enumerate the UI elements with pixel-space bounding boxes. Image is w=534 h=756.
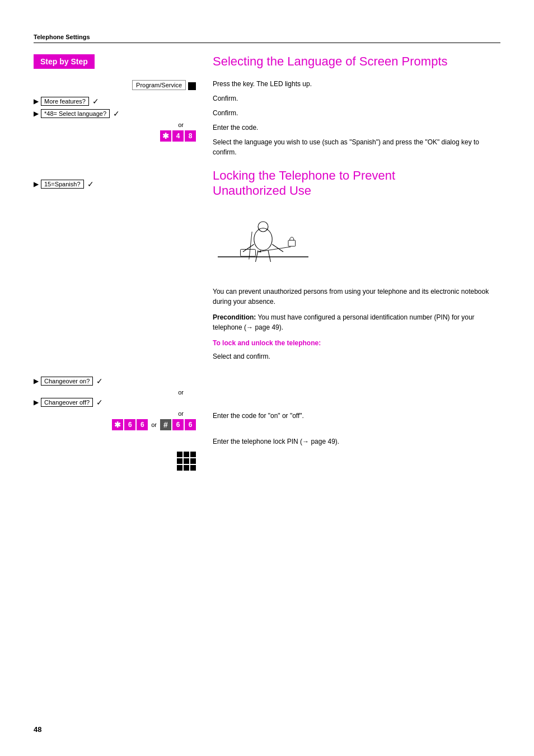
program-service-label: Program/Service bbox=[136, 82, 182, 88]
select-language-text: *48= Select language? bbox=[44, 110, 106, 117]
arrow-icon-3: ▶ bbox=[34, 180, 39, 188]
spacer-section2 bbox=[213, 366, 500, 411]
enter-pin-text: Enter the telephone lock PIN (→ page 49)… bbox=[213, 436, 500, 447]
code-6b: 6 bbox=[137, 419, 148, 430]
svg-line-8 bbox=[249, 232, 252, 260]
arrow-icon-4: ▶ bbox=[34, 377, 39, 385]
spacer-4 bbox=[34, 259, 196, 293]
spanish-row: ▶ 15=Spanish? ✓ bbox=[34, 180, 196, 189]
spanish-text: 15=Spanish? bbox=[44, 181, 81, 187]
check-5: ✓ bbox=[96, 398, 103, 407]
confirm-2: Confirm. bbox=[213, 109, 238, 117]
svg-line-3 bbox=[243, 245, 254, 252]
page-number: 48 bbox=[34, 725, 41, 734]
illustration-svg bbox=[213, 208, 313, 275]
changeover-off-row: ▶ Changeover off? ✓ bbox=[34, 398, 196, 407]
code-148-row: ✱ 4 8 bbox=[34, 130, 196, 142]
changeover-on-box: Changeover on? bbox=[41, 377, 93, 386]
or-2-text: or bbox=[178, 389, 184, 396]
enter-code: Enter the code. bbox=[213, 124, 258, 132]
confirm-1: Confirm. bbox=[213, 95, 238, 102]
code-6c: 6 bbox=[172, 419, 184, 430]
spacer-5 bbox=[34, 293, 196, 326]
page-number-text: 48 bbox=[34, 725, 41, 734]
code-66-row: ✱ 6 6 or # 6 6 bbox=[34, 419, 196, 430]
code-4: 4 bbox=[172, 130, 184, 142]
select-language-row: ▶ *48= Select language? ✓ bbox=[34, 109, 196, 118]
more-features-row: ▶ More features? ✓ bbox=[34, 97, 196, 106]
sub-heading: To lock and unlock the telephone: bbox=[213, 339, 500, 347]
svg-point-2 bbox=[258, 222, 268, 232]
spanish-confirm-text: Select the language you wish to use (suc… bbox=[213, 137, 500, 157]
or-2: or bbox=[34, 389, 196, 396]
spacer-8 bbox=[34, 435, 196, 452]
or-1-text: or bbox=[178, 121, 184, 128]
check-3: ✓ bbox=[87, 180, 94, 189]
enter-code-text: Enter the code. bbox=[213, 123, 500, 133]
main-layout: Step by Step Program/Service ▶ More feat… bbox=[34, 49, 500, 475]
desc-text: You can prevent unauthorized persons fro… bbox=[213, 287, 500, 307]
section1-title-text: Selecting the Language of Screen Prompts bbox=[213, 54, 448, 68]
svg-rect-7 bbox=[241, 250, 256, 257]
select-confirm-text: Select and confirm. bbox=[213, 351, 500, 361]
select-language-box: *48= Select language? bbox=[41, 109, 110, 118]
program-service-row: Program/Service bbox=[34, 80, 196, 92]
section2-title-line2: Unauthorized Use bbox=[213, 184, 311, 198]
program-service-box: Program/Service bbox=[132, 80, 186, 90]
code-desc-text: Enter the code for "on" or "off". bbox=[213, 412, 304, 420]
check-4: ✓ bbox=[96, 377, 103, 386]
left-column: Step by Step Program/Service ▶ More feat… bbox=[34, 49, 207, 475]
spacer-3 bbox=[34, 226, 196, 259]
right-column: Selecting the Language of Screen Prompts… bbox=[207, 49, 500, 475]
code-star: ✱ bbox=[160, 130, 171, 142]
section2-title: Locking the Telephone to Prevent Unautho… bbox=[213, 168, 500, 198]
or-3: or bbox=[34, 410, 196, 417]
section-header: Telephone Settings bbox=[34, 34, 500, 43]
svg-line-6 bbox=[268, 250, 271, 262]
more-features-text: More features? bbox=[44, 98, 86, 105]
precondition-label: Precondition: bbox=[213, 313, 256, 321]
desc-content: You can prevent unauthorized persons fro… bbox=[213, 288, 489, 306]
svg-rect-11 bbox=[288, 240, 296, 246]
changeover-on-text: Changeover on? bbox=[44, 378, 90, 384]
sub-heading-text: To lock and unlock the telephone: bbox=[213, 339, 321, 347]
spacer-1 bbox=[34, 146, 196, 180]
code-hash: # bbox=[160, 419, 171, 430]
check-2: ✓ bbox=[113, 109, 120, 118]
page: Telephone Settings Step by Step Program/… bbox=[0, 0, 534, 756]
keypad-icon-row bbox=[34, 452, 196, 471]
spacer-pin bbox=[213, 425, 500, 436]
section1-title: Selecting the Language of Screen Prompts bbox=[213, 54, 500, 69]
spanish-box: 15=Spanish? bbox=[41, 180, 84, 189]
illustration bbox=[213, 208, 313, 275]
or-1: or bbox=[34, 121, 196, 128]
press-key-text: Press the key. The LED lights up. bbox=[213, 79, 500, 89]
led-indicator bbox=[188, 82, 196, 90]
arrow-icon-2: ▶ bbox=[34, 110, 39, 118]
svg-line-5 bbox=[256, 250, 259, 262]
confirm-text-1: Confirm. bbox=[213, 93, 500, 104]
changeover-on-row: ▶ Changeover on? ✓ bbox=[34, 377, 196, 386]
section2-title-line1: Locking the Telephone to Prevent bbox=[213, 168, 395, 182]
spacer-2 bbox=[34, 192, 196, 226]
spacer-7 bbox=[34, 360, 196, 377]
confirm-text-2: Confirm. bbox=[213, 108, 500, 118]
code-star-2: ✱ bbox=[112, 419, 123, 430]
code-6d: 6 bbox=[185, 419, 196, 430]
or-3-text: or bbox=[178, 410, 184, 417]
check-1: ✓ bbox=[92, 97, 99, 106]
more-features-box: More features? bbox=[41, 97, 89, 106]
changeover-off-text: Changeover off? bbox=[44, 399, 90, 406]
code-or-text: or bbox=[151, 421, 157, 428]
code-8: 8 bbox=[185, 130, 196, 142]
spacer-6 bbox=[34, 326, 196, 360]
changeover-off-box: Changeover off? bbox=[41, 398, 93, 407]
keypad-icon bbox=[177, 452, 196, 471]
step-by-step-box: Step by Step bbox=[34, 54, 95, 69]
section-header-text: Telephone Settings bbox=[34, 34, 90, 40]
enter-code-onoff-text: Enter the code for "on" or "off". bbox=[213, 411, 500, 421]
code-6a: 6 bbox=[124, 419, 135, 430]
arrow-icon-1: ▶ bbox=[34, 97, 39, 105]
arrow-icon-5: ▶ bbox=[34, 398, 39, 406]
svg-line-9 bbox=[258, 247, 291, 252]
